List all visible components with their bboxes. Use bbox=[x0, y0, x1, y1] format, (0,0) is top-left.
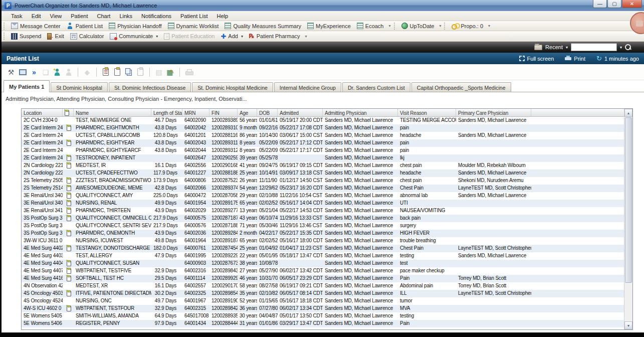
tab-st-dominic-hospital-medicine[interactable]: St. Dominic Hospital Medicine bbox=[192, 82, 273, 92]
column-header-age[interactable]: Age bbox=[238, 109, 257, 116]
column-header-fin[interactable]: FIN bbox=[209, 109, 238, 116]
table-row[interactable]: 4S Oncology 4503 0ITFIVE, PATIENTONE DIR… bbox=[22, 290, 632, 297]
column-header-chart-icon[interactable] bbox=[63, 109, 74, 116]
table-row[interactable]: 3E Renal/Urol 3403 0QUALITYCONNECT, AMY2… bbox=[22, 192, 632, 200]
table-row[interactable]: 2E Card Interm 2429 0TESTRODNEY, INPATIE… bbox=[22, 154, 632, 162]
column-header-admitted[interactable]: Admitted bbox=[278, 109, 323, 116]
menu-notifications[interactable]: Notifications bbox=[137, 12, 176, 20]
tab-st-dominic-hospital[interactable]: St Dominic Hospital bbox=[51, 82, 108, 92]
table-row[interactable]: 2E Card Interm 2416 0PHARMDRC, EIGHTMONT… bbox=[22, 124, 632, 132]
toolbar-overflow-icon[interactable]: ▾ bbox=[303, 34, 309, 39]
patient-pharmacy-button[interactable]: ℞Patient Pharmacy bbox=[246, 33, 303, 40]
list-properties-wrench-icon[interactable]: ⚒ bbox=[7, 68, 16, 77]
table-row[interactable]: 3W-W ICU 3611 0NURSING, ICUWEST49.8 Days… bbox=[22, 237, 632, 245]
communicate-button[interactable]: Communicate▾ bbox=[107, 33, 161, 40]
edit-chart-icon[interactable]: ▦✎ bbox=[166, 68, 175, 77]
table-row[interactable]: 4N Observation 4216 0MEDTEST, XR16.1 Day… bbox=[22, 282, 632, 290]
menu-chart[interactable]: Chart bbox=[93, 12, 115, 20]
table-row[interactable]: 2N Cardiology 2220 0UCTEST, CPADEFECTTWO… bbox=[22, 170, 632, 177]
menu-links[interactable]: Links bbox=[115, 12, 137, 20]
column-header-pcp[interactable]: Primary Care Physician bbox=[456, 109, 531, 116]
physician-handoff-button[interactable]: Physician Handoff bbox=[106, 22, 164, 30]
minimize-button[interactable]: — bbox=[593, 0, 607, 8]
toolbar-grip[interactable] bbox=[4, 23, 6, 30]
chevron-down-icon[interactable]: ▾ bbox=[566, 45, 568, 50]
table-row[interactable]: 2N Cardiology 2212 0MEDTEST, IR16.1 Days… bbox=[22, 162, 632, 170]
toolbar-overflow-icon[interactable]: ▾ bbox=[437, 24, 443, 28]
toolbar-grip[interactable] bbox=[4, 33, 6, 40]
chevron-down-icon[interactable]: ▾ bbox=[620, 45, 622, 50]
table-row[interactable]: 3S PostOp Surg 3512 0PHARMDRC, ONEMONTH4… bbox=[22, 230, 632, 237]
column-header-admitting[interactable]: Admitting Physician bbox=[323, 109, 398, 116]
menu-patient[interactable]: Patient bbox=[66, 12, 92, 20]
uptodate-button[interactable]: UpToDate bbox=[398, 22, 438, 30]
dynamic-worklist-button[interactable]: Dynamic Worklist bbox=[165, 22, 222, 30]
double-chevron-icon[interactable]: » bbox=[30, 68, 39, 77]
propo-button[interactable]: Propo.: 0 bbox=[449, 22, 486, 30]
refresh-button[interactable]: ↻ 1 minutes ago bbox=[596, 56, 639, 62]
scrollbar-thumb[interactable] bbox=[625, 117, 632, 283]
toolbar-grip[interactable] bbox=[394, 23, 396, 30]
table-row[interactable]: 5E Womens 5406 0REGISTER, PENNY97.9 Days… bbox=[22, 320, 632, 327]
menu-edit[interactable]: Edit bbox=[27, 12, 46, 20]
column-header-mrn[interactable]: MRN bbox=[182, 109, 209, 116]
patient-list-button[interactable]: Patient List bbox=[64, 22, 106, 30]
suspend-button[interactable]: Suspend bbox=[8, 33, 44, 40]
table-row[interactable]: 4E Med Surg 4403 0TEST, ALLERGY47.9 Days… bbox=[22, 252, 632, 260]
table-row[interactable]: 2E Card Interm 2424 0PHARMDRC, EIGHTYEAR… bbox=[22, 147, 632, 154]
tab-capital-orthopaedic-sports-medicine[interactable]: Capital Orthopaedic _Sports Medicine bbox=[411, 82, 511, 92]
table-row[interactable]: 4E Med Surg 4404 0QUALITYCONNECT, SUSAN6… bbox=[22, 260, 632, 267]
print-button[interactable]: Print bbox=[565, 56, 585, 62]
toolbar-overflow-icon[interactable]: ▾ bbox=[387, 24, 393, 28]
tab-st-dominic-infectious-disease[interactable]: St. Dominic Infectious Disease bbox=[109, 82, 191, 92]
column-header-reason[interactable]: Visit Reason bbox=[398, 109, 456, 116]
column-header-name[interactable]: Name bbox=[74, 109, 151, 116]
search-icon[interactable] bbox=[625, 44, 631, 50]
message-center-button[interactable]: Message Center bbox=[8, 22, 64, 30]
close-button[interactable]: ✕ bbox=[622, 0, 642, 8]
calculator-button[interactable]: Calculator bbox=[67, 33, 107, 40]
menu-patient-list[interactable]: Patient List bbox=[176, 12, 212, 20]
table-row[interactable]: 2S Telemetry 2505 0ZZZTEST, BRADADMISSIO… bbox=[22, 177, 632, 185]
toolbar-grip[interactable] bbox=[444, 23, 447, 30]
myexperience-button[interactable]: MyExperience bbox=[304, 22, 354, 30]
tab-internal-medicine-group[interactable]: Internal Medicine Group bbox=[274, 82, 341, 92]
ecoach-button[interactable]: Ecoach bbox=[354, 22, 387, 30]
clipboard-icon[interactable] bbox=[113, 68, 122, 77]
table-row[interactable]: 4S Oncology 4524 0NURSING, ONC49.7 Days6… bbox=[22, 297, 632, 305]
table-row[interactable]: 3E Renal/Urol 3406 0NURSING, RENAL49.9 D… bbox=[22, 200, 632, 207]
table-row[interactable]: 2E Card Interm 2422 0PHARMDRC, EIGHTYEAR… bbox=[22, 139, 632, 147]
quality-measures-button[interactable]: Quality Measures Summary bbox=[222, 22, 304, 30]
scroll-up-icon[interactable]: ▲ bbox=[624, 109, 632, 117]
table-row[interactable]: 3E Renal/Urol 3416 0PHARMDRC, THIRTEEN43… bbox=[22, 207, 632, 215]
exit-button[interactable]: Exit bbox=[44, 33, 67, 40]
patient-education-button[interactable]: Patient Education bbox=[161, 33, 218, 40]
table-row[interactable]: 4E Med Surg 4416 0SOFTBALL, TEST HC29.5 … bbox=[22, 275, 632, 282]
fullscreen-button[interactable]: Full screen bbox=[519, 56, 554, 62]
column-header-location[interactable]: Location bbox=[22, 109, 63, 116]
column-header-dob[interactable]: DOB bbox=[257, 109, 278, 116]
table-row[interactable]: 4E Med Surg 4407 0WBTPATIENT, TESTFIVE32… bbox=[22, 267, 632, 275]
tab-dr-sanders-custom-list[interactable]: Dr. Sanders Custom List bbox=[342, 82, 410, 92]
copy-icon[interactable] bbox=[124, 68, 133, 77]
toolbar-overflow-icon[interactable]: ▾ bbox=[486, 24, 492, 28]
table-row[interactable]: 4W-S ICU 4602 0WBTPATIENT, TESTFOUR32.9 … bbox=[22, 305, 632, 312]
tab-my-patients-1[interactable]: My Patients 1 bbox=[4, 80, 50, 92]
recent-label[interactable]: Recent bbox=[545, 44, 563, 50]
table-row[interactable]: 2E Card Interm 2420 0UCTEST, CPABILLINGC… bbox=[22, 132, 632, 139]
vertical-scrollbar[interactable]: ▲ ▼ bbox=[624, 109, 632, 329]
column-header-los[interactable]: Length of Stay bbox=[151, 109, 182, 116]
restore-button[interactable]: ▢ bbox=[607, 0, 621, 8]
table-row[interactable]: 2C CVH 2304 0TEST, NEWMERGE ONE46.7 Days… bbox=[22, 117, 632, 124]
add-patient-icon[interactable]: ✦ bbox=[53, 68, 62, 77]
search-input[interactable] bbox=[571, 43, 617, 51]
table-row[interactable]: 4E Med Surg 4402 0TESTANGY, DONOTDISCHAR… bbox=[22, 245, 632, 252]
scroll-down-icon[interactable]: ▼ bbox=[624, 321, 632, 329]
clipboard-tasks-icon[interactable] bbox=[101, 68, 110, 77]
add-button[interactable]: ✚Add▾ bbox=[218, 33, 246, 40]
menu-view[interactable]: View bbox=[46, 12, 67, 20]
table-row[interactable]: 5E Womens 5405 0SMITH-WILLIAMS, AMANDA64… bbox=[22, 312, 632, 320]
menu-task[interactable]: Task bbox=[7, 12, 27, 20]
cast-monitor-icon[interactable] bbox=[18, 68, 27, 77]
table-row[interactable]: 3S PostOp Surg 3503 0QUALITYCONNECT, SEN… bbox=[22, 222, 632, 230]
